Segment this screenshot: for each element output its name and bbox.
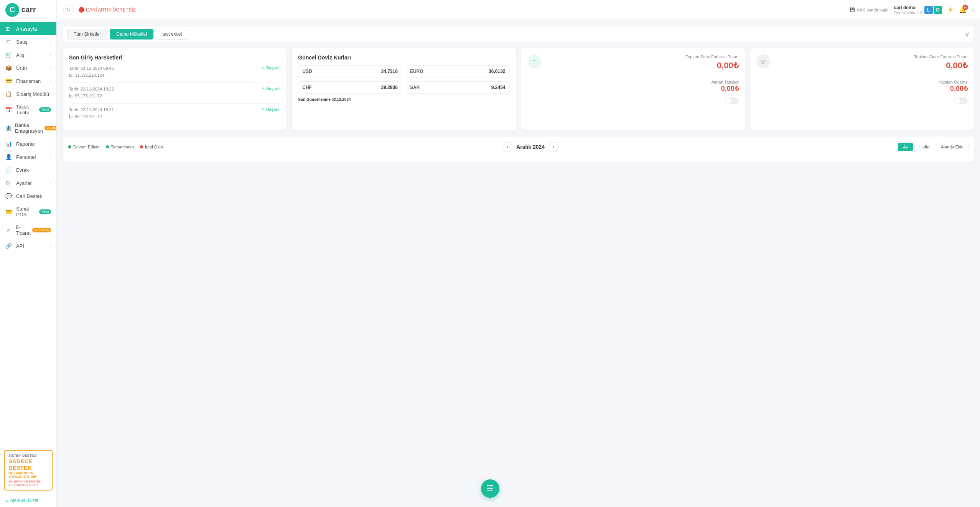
calendar-next-button[interactable]: › <box>548 142 558 152</box>
arrow-finansman: › <box>50 79 51 83</box>
calendar-view-ajanda[interactable]: Ajanda Ekle <box>936 143 968 151</box>
sidebar-item-personel[interactable]: 👤 Personel › <box>0 150 56 163</box>
sidebar-item-ayarlar[interactable]: ⚙ Ayarlar › <box>0 176 56 189</box>
sidebar-item-evrak[interactable]: 📄 Evrak <box>0 163 56 176</box>
sidebar-item-cari_destek[interactable]: 💬 Cari Destek <box>0 189 56 202</box>
arrow-satis: › <box>50 40 51 44</box>
exchange-item-chf: CHF 39.2936 <box>298 81 402 94</box>
currency-euro: EURO <box>410 69 423 74</box>
tab-test-excel[interactable]: test excel <box>156 29 188 40</box>
expense-sub-title: Yapılan Ödeme <box>939 80 968 84</box>
exchange-update: Son Güncellenme 02.12.2024 <box>298 97 509 102</box>
sidebar-item-raporlar[interactable]: 📊 Raporlar › <box>0 137 56 150</box>
topbar-right: 💾 XXX kontör kaldı cari demo Demo Mükell… <box>850 5 974 15</box>
rate-sar: 9.2454 <box>491 85 506 90</box>
e_ticaret-icon: 🛍 <box>5 227 13 233</box>
topbar-alert[interactable]: 🔴 CARİ ARTIK ÜCRETSİZ <box>78 7 136 13</box>
login-status-label-0: Başarılı <box>266 66 280 70</box>
sanal_pos-icon: 💳 <box>5 209 13 215</box>
topbar-company: Demo Mükellef <box>894 10 922 15</box>
calendar-view-ay[interactable]: Ay <box>898 143 913 151</box>
check-icon-2: ✓ <box>262 107 265 112</box>
tab-all-companies[interactable]: Tüm Şirketler <box>67 29 107 40</box>
sidebar-label-taksit: Taksit Takibi <box>16 104 38 115</box>
expense-card: ⊙ Toplam Gider Faturası Tutarı 0,00₺ Yap… <box>750 48 974 130</box>
expense-toggle-wrapper <box>756 97 968 104</box>
sidebar-item-siparis[interactable]: 📋 Sipariş Modülü › <box>0 87 56 100</box>
taksit-icon: 📅 <box>5 107 13 113</box>
calendar-view-hafta[interactable]: Hafta <box>914 143 934 151</box>
sidebar-item-urun[interactable]: 📦 Ürün › <box>0 61 56 74</box>
sidebar-item-e_ticaret[interactable]: 🛍 E-Ticaret YAKINDA <box>0 221 56 239</box>
login-item-0: Tarih: 03-12-2024 09:46 İp: 31.192.210.1… <box>69 65 280 79</box>
check-icon-1: ✓ <box>262 86 265 91</box>
sidebar-item-anasayfa[interactable]: ⊞ Anasayfa <box>0 22 56 35</box>
sun-icon[interactable]: ☀ <box>947 6 954 14</box>
login-status-2: ✓ Başarılı <box>262 107 280 112</box>
alert-label: CARİ ARTIK ÜCRETSİZ <box>86 7 136 13</box>
exchange-item-euro: EURO 36.6132 <box>406 65 510 77</box>
menu-toggle-button[interactable]: « Menüyü Gizle <box>5 498 51 503</box>
legend-label-red: İptal Oldu <box>145 145 163 149</box>
cards-row: Son Giriş Hareketleri Tarih: 03-12-2024 … <box>63 48 974 130</box>
calendar-prev-button[interactable]: ‹ <box>502 142 512 152</box>
exchange-card: Güncel Döviz Kurları USD 34.7316 EURO 36… <box>292 48 516 130</box>
content-area: Tüm Şirketler Demo Mükellef test excel ∨… <box>57 20 980 507</box>
sales-sub-title: Alınan Tahsilat <box>711 80 738 84</box>
banka-icon: 🏦 <box>5 125 12 131</box>
sidebar-label-sanal_pos: Sanal POS <box>16 206 38 217</box>
urun-icon: 📦 <box>5 65 13 71</box>
sales-sub-amount: 0,00₺ <box>711 84 738 93</box>
fab-button[interactable]: ☰ <box>481 479 499 498</box>
sidebar-label-personel: Personel <box>16 154 50 160</box>
sidebar-label-satis: Satış <box>16 39 50 45</box>
support-box: SİSTEM DESTEĞİ SADECE DESTEK BÖLÜMÜNDEN … <box>4 450 53 491</box>
login-info-1: Tarih: 22-11-2024 18:22 İp: 95.173.191.7… <box>69 86 114 99</box>
refresh-button[interactable]: ↻ <box>63 5 74 15</box>
sidebar-label-cari_destek: Cari Destek <box>16 193 51 199</box>
sidebar-label-raporlar: Raporlar <box>16 141 50 147</box>
sidebar-nav: ⊞ Anasayfa 🏷 Satış › 🛒 Alış › 📦 Ürün › 💳… <box>0 20 56 447</box>
tabs-collapse-icon[interactable]: ∨ <box>965 30 970 38</box>
collapse-icon[interactable]: › <box>972 7 974 13</box>
login-ip-0: İp: 31.192.210.124 <box>69 72 114 79</box>
sales-card: ↑ Toplam Satış Faturası Tutarı 0,00₺ Alı… <box>521 48 745 130</box>
exchange-update-label: Son Güncellenme <box>298 97 330 102</box>
expense-toggle[interactable] <box>954 97 968 104</box>
sidebar-item-sanal_pos[interactable]: 💳 Sanal POS YENİ <box>0 202 56 221</box>
sidebar-item-banka[interactable]: 🏦 Banka Entegrasyon YAKINDA <box>0 119 56 137</box>
legend-item-teal: Tamamlandı <box>106 145 134 149</box>
sidebar-label-ayarlar: Ayarlar <box>16 180 50 186</box>
logo-l: L <box>924 6 933 14</box>
exchange-item-sar: SAR 9.2454 <box>406 81 510 94</box>
legend-dot-red <box>140 145 143 148</box>
rate-chf: 39.2936 <box>381 85 397 90</box>
cari_destek-icon: 💬 <box>5 193 13 199</box>
sidebar-item-api[interactable]: 🔗 API › <box>0 239 56 252</box>
login-item-1: Tarih: 22-11-2024 18:22 İp: 95.173.191.7… <box>69 86 280 99</box>
arrow-api: › <box>50 244 51 248</box>
main-area: ↻ 🔴 CARİ ARTIK ÜCRETSİZ 💾 XXX kontör kal… <box>57 0 980 507</box>
login-item-2: Tarih: 22-11-2024 18:21 İp: 95.173.191.7… <box>69 107 280 120</box>
sidebar-item-satis[interactable]: 🏷 Satış › <box>0 35 56 48</box>
rate-usd: 34.7316 <box>381 69 397 74</box>
sidebar-item-alis[interactable]: 🛒 Alış › <box>0 48 56 61</box>
sidebar-footer: « Menüyü Gizle <box>0 494 56 507</box>
login-card-title: Son Giriş Hareketleri <box>69 54 280 61</box>
logo-o: O <box>934 6 942 14</box>
legend-label-teal: Tamamlandı <box>111 145 134 149</box>
calendar-legend: Devam Ediyor Tamamlandı İptal Oldu <box>68 145 163 149</box>
tab-demo-mukellef[interactable]: Demo Mükellef <box>110 29 153 40</box>
sidebar-label-finansman: Finansman <box>16 78 50 84</box>
sidebar-item-finansman[interactable]: 💳 Finansman › <box>0 74 56 87</box>
satis-icon: 🏷 <box>5 39 13 45</box>
topbar-credits: 💾 XXX kontör kaldı <box>850 7 888 12</box>
sidebar-item-taksit[interactable]: 📅 Taksit Takibi YENİ <box>0 100 56 119</box>
legend-item-green: Devam Ediyor <box>68 145 100 149</box>
legend-dot-green <box>68 145 71 148</box>
sales-toggle[interactable] <box>725 97 739 104</box>
topbar: ↻ 🔴 CARİ ARTIK ÜCRETSİZ 💾 XXX kontör kal… <box>57 0 980 20</box>
logo-icon: C <box>5 3 19 17</box>
finansman-icon: 💳 <box>5 78 13 84</box>
login-divider-1 <box>69 82 280 83</box>
